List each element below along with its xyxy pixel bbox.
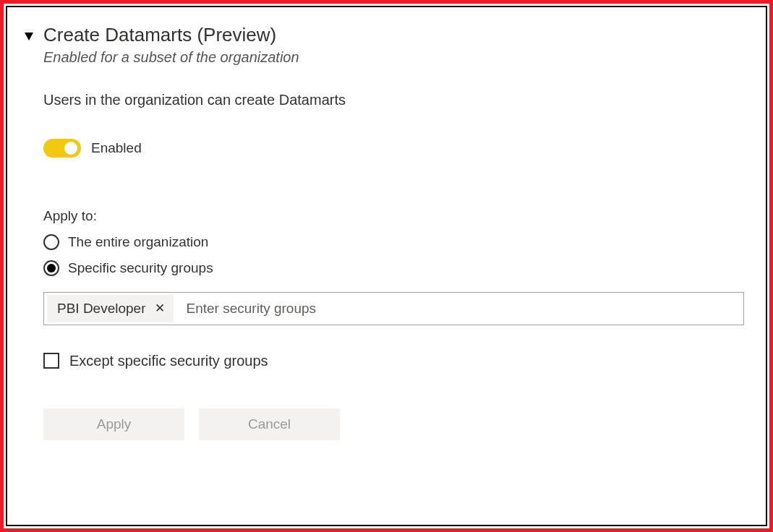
setting-subtitle: Enabled for a subset of the organization bbox=[43, 49, 744, 66]
except-groups-checkbox-row[interactable]: Except specific security groups bbox=[43, 353, 744, 369]
highlight-frame: Create Datamarts (Preview) Enabled for a… bbox=[0, 0, 773, 532]
apply-to-radio-group: The entire organization Specific securit… bbox=[43, 234, 744, 276]
security-groups-field[interactable] bbox=[176, 293, 743, 325]
enabled-toggle[interactable] bbox=[43, 139, 81, 158]
radio-label: Specific security groups bbox=[68, 260, 213, 276]
security-group-chip: PBI Developer ✕ bbox=[47, 295, 174, 322]
chip-remove-icon[interactable]: ✕ bbox=[153, 301, 166, 316]
settings-panel: Create Datamarts (Preview) Enabled for a… bbox=[6, 6, 767, 526]
chip-label: PBI Developer bbox=[57, 301, 146, 317]
radio-entire-organization[interactable]: The entire organization bbox=[43, 234, 744, 250]
collapse-caret-icon[interactable] bbox=[25, 33, 33, 40]
radio-label: The entire organization bbox=[68, 234, 208, 250]
setting-title: Create Datamarts (Preview) bbox=[43, 23, 744, 48]
except-groups-label: Except specific security groups bbox=[69, 353, 268, 369]
radio-icon bbox=[43, 234, 59, 250]
radio-specific-security-groups[interactable]: Specific security groups bbox=[43, 260, 744, 276]
apply-button[interactable]: Apply bbox=[43, 408, 184, 440]
radio-icon bbox=[43, 260, 59, 276]
setting-description: Users in the organization can create Dat… bbox=[43, 92, 744, 108]
cancel-button[interactable]: Cancel bbox=[199, 408, 340, 440]
checkbox-icon bbox=[43, 353, 59, 369]
security-groups-input[interactable]: PBI Developer ✕ bbox=[43, 292, 744, 325]
enabled-toggle-label: Enabled bbox=[91, 140, 142, 156]
apply-to-label: Apply to: bbox=[43, 208, 744, 224]
toggle-knob bbox=[64, 142, 77, 155]
